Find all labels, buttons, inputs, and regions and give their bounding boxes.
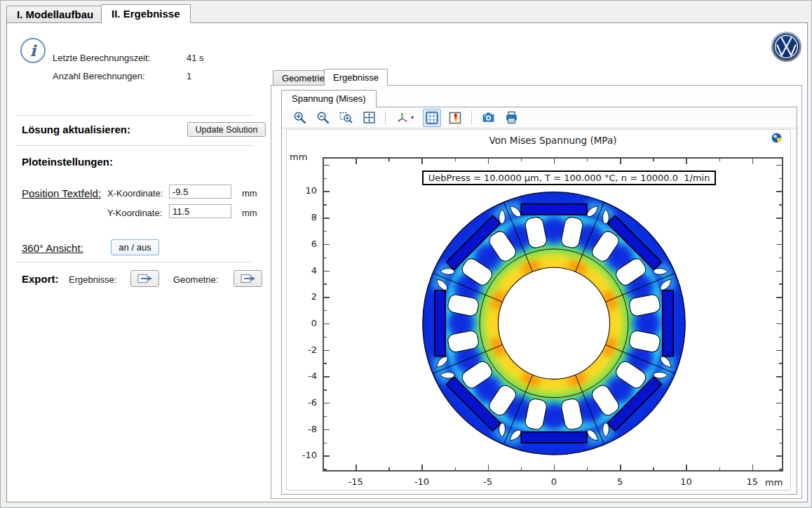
view-tab-ergebnisse[interactable]: Ergebnisse <box>324 69 388 86</box>
axis-tick <box>776 323 782 324</box>
plot-tab-spannung-mises[interactable]: Spannung (Mises) <box>281 90 377 107</box>
axis-tick <box>324 271 330 272</box>
y-coordinate-label: Y-Koordinate: <box>107 208 162 218</box>
y-coordinate-input[interactable] <box>169 204 231 218</box>
axis-tick <box>587 467 588 470</box>
axis-tick <box>620 464 621 470</box>
axis-tick <box>776 244 782 245</box>
plot-axes-box <box>323 157 783 472</box>
axis-tick <box>521 159 522 161</box>
zoom-out-button[interactable] <box>313 109 332 127</box>
plot-graphics-area[interactable]: Von Mises Spannung (MPa) mm mm <box>286 129 791 490</box>
x-tick-label: 15 <box>746 476 758 487</box>
axis-tick <box>324 323 330 324</box>
app-window: I. Modellaufbau II. Ergebnisse i Letzte … <box>0 0 812 508</box>
axis-tick <box>554 159 555 164</box>
tab-ergebnisse[interactable]: II. Ergebnisse <box>101 4 191 23</box>
axis-tick <box>776 218 782 218</box>
axis-tick <box>356 464 356 470</box>
view-orientation-icon <box>396 111 410 124</box>
comsol-icon <box>771 132 783 144</box>
update-solution-button[interactable]: Update Solution <box>187 122 266 137</box>
zoom-extents-button[interactable] <box>360 109 378 127</box>
grid-icon <box>426 112 438 124</box>
y-tick-label: 6 <box>289 239 317 249</box>
x-coordinate-label: X-Koordinate: <box>107 188 163 199</box>
axis-tick <box>324 165 330 166</box>
axis-tick <box>488 159 489 164</box>
y-tick-label: 4 <box>289 265 317 276</box>
y-axis-unit-label: mm <box>290 152 307 162</box>
y-tick-label: -8 <box>289 424 317 434</box>
computation-count-label: Anzahl Berechnungen: <box>53 71 145 81</box>
axis-tick <box>779 231 782 232</box>
plot-settings-heading: Ploteinstellungen: <box>22 156 113 168</box>
y-tick-label: 2 <box>289 291 317 302</box>
axis-tick <box>653 159 654 161</box>
grid-toggle-button[interactable] <box>423 109 441 127</box>
zoom-box-button[interactable] <box>337 109 355 127</box>
axis-tick <box>779 337 782 337</box>
computation-count-value: 1 <box>187 71 191 81</box>
print-button[interactable] <box>502 109 520 127</box>
axis-tick <box>779 389 782 390</box>
axis-tick <box>779 469 782 469</box>
tab-modellaufbau-label: I. Modellaufbau <box>17 8 93 20</box>
view-orientation-button[interactable]: ▼ <box>393 109 418 127</box>
axis-tick <box>324 350 330 351</box>
axis-tick <box>455 159 456 161</box>
axis-tick <box>686 464 686 470</box>
x-axis-unit-label: mm <box>765 477 783 488</box>
axis-tick <box>421 159 422 164</box>
view-360-toggle-button[interactable]: an / aus <box>111 239 159 255</box>
color-legend-toggle-button[interactable] <box>446 109 464 127</box>
export-geometry-label: Geometrie: <box>173 274 218 285</box>
axis-tick <box>776 376 782 377</box>
axis-tick <box>719 467 720 470</box>
axis-tick <box>776 271 782 272</box>
update-solution-label: Lösung aktualisieren: <box>22 123 130 135</box>
x-tick-label: -5 <box>483 476 492 487</box>
last-computation-time-value: 41 s <box>187 53 204 63</box>
x-tick-label: -10 <box>414 476 429 487</box>
axis-tick <box>779 416 782 417</box>
x-coordinate-input[interactable] <box>169 185 231 199</box>
toolbar-separator <box>471 111 472 125</box>
axis-tick <box>719 159 720 161</box>
x-tick-label: 0 <box>551 476 557 487</box>
y-tick-label: 0 <box>289 318 317 328</box>
axis-tick <box>554 464 555 470</box>
axis-tick <box>324 283 327 284</box>
separator <box>16 262 253 262</box>
zoom-box-icon <box>339 111 353 124</box>
axis-tick <box>776 191 782 192</box>
zoom-out-icon <box>316 111 330 124</box>
export-geometry-button[interactable] <box>234 270 262 287</box>
printer-icon <box>505 111 518 124</box>
y-coordinate-unit: mm <box>242 208 257 218</box>
axis-tick <box>324 416 327 417</box>
snapshot-button[interactable] <box>479 109 497 127</box>
axis-tick <box>779 443 782 443</box>
export-arrow-icon <box>241 274 256 284</box>
x-tick-label: -15 <box>349 476 363 487</box>
info-icon: i <box>20 38 46 63</box>
axis-tick <box>620 159 621 164</box>
zoom-in-button[interactable] <box>290 109 309 127</box>
chevron-down-icon: ▼ <box>410 115 415 120</box>
axis-tick <box>779 178 782 179</box>
axis-tick <box>776 403 782 403</box>
axis-tick <box>324 204 327 205</box>
axis-tick <box>324 403 330 403</box>
x-tick-label: 5 <box>617 476 623 487</box>
tab-modellaufbau[interactable]: I. Modellaufbau <box>6 6 104 23</box>
plot-annotation-box: UebPress = 10.0000 µm, T = 100.000 °C, n… <box>422 171 717 185</box>
y-tick-label: 8 <box>289 212 317 222</box>
axis-tick <box>776 429 782 430</box>
camera-icon <box>482 111 495 124</box>
export-results-button[interactable] <box>130 270 159 287</box>
axis-tick <box>324 389 327 390</box>
y-tick-label: -6 <box>289 397 317 408</box>
zoom-extents-icon <box>363 111 376 124</box>
color-legend-icon <box>449 112 461 124</box>
